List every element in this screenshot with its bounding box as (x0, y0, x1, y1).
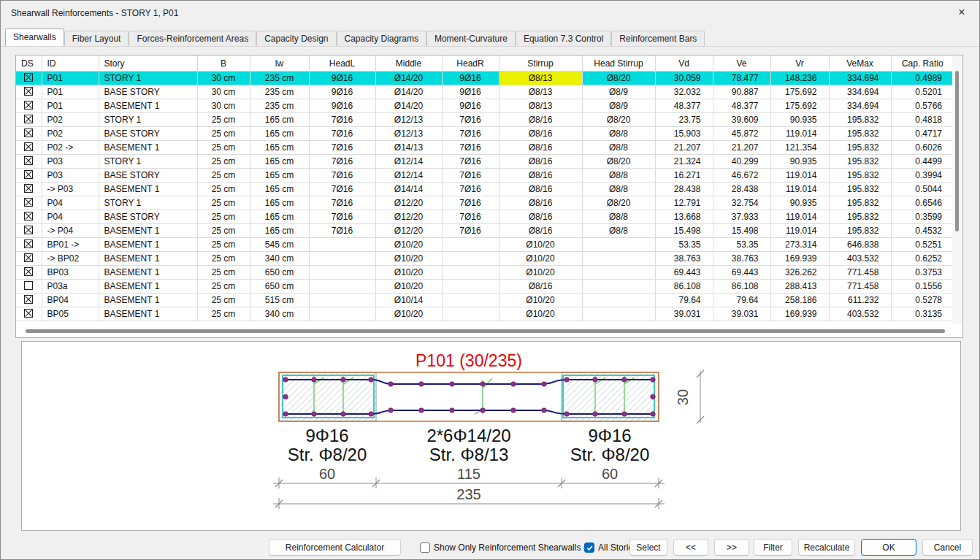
cell-id[interactable]: P02 (42, 127, 99, 141)
cell-stirrup[interactable]: Ø8/16 (499, 155, 582, 169)
ds-checkbox-checked[interactable] (24, 212, 33, 220)
ds-checkbox-checked[interactable] (24, 295, 33, 304)
cell-capRatio[interactable]: 0.3753 (891, 266, 954, 280)
cell-capRatio[interactable]: 0.4499 (891, 155, 954, 169)
cell-stirrup[interactable]: Ø8/16 (499, 183, 582, 196)
cell-capRatio[interactable]: 0.4717 (891, 127, 954, 141)
column-header-headl[interactable]: HeadL (309, 55, 375, 72)
cell-headR[interactable]: 7Ø16 (442, 127, 499, 141)
cell-lw[interactable]: 165 cm (250, 155, 309, 169)
column-header-ds[interactable]: DS (16, 55, 42, 72)
table-row-P02-5[interactable]: P02 ->BASEMENT 125 cm165 cm7Ø16Ø14/137Ø1… (16, 141, 954, 155)
cell-veMax[interactable]: 334.694 (829, 99, 891, 113)
cell-headR[interactable]: 7Ø16 (442, 113, 499, 127)
cell-lw[interactable]: 165 cm (250, 210, 309, 224)
cell-story[interactable]: BASE STORY (99, 85, 197, 99)
cell-ve[interactable]: 15.498 (713, 224, 770, 238)
cell-headL[interactable]: 9Ø16 (309, 99, 375, 113)
cell-headStirrup[interactable] (582, 266, 655, 280)
cell-vr[interactable]: 119.014 (770, 169, 829, 183)
cell-headL[interactable]: 7Ø16 (309, 155, 375, 169)
cell-middle[interactable]: Ø14/14 (375, 183, 442, 196)
cell-headR[interactable]: 7Ø16 (442, 169, 499, 183)
table-row-BP02-13[interactable]: -> BP02BASEMENT 125 cm340 cmØ10/20Ø10/20… (16, 252, 954, 266)
cell-b[interactable]: 25 cm (197, 183, 250, 196)
cell-headR[interactable]: 7Ø16 (442, 141, 499, 155)
cell-b[interactable]: 25 cm (197, 280, 250, 294)
cell-headR[interactable]: 7Ø16 (442, 224, 499, 238)
table-row-P03-7[interactable]: P03BASE STORY25 cm165 cm7Ø16Ø12/147Ø16Ø8… (16, 169, 954, 183)
cell-veMax[interactable]: 334.694 (829, 85, 891, 99)
cell-headStirrup[interactable]: Ø8/20 (582, 72, 655, 85)
cell-vr[interactable]: 119.014 (770, 183, 829, 196)
cancel-button[interactable]: Cancel (922, 539, 973, 556)
cell-ds[interactable] (16, 155, 42, 169)
cell-lw[interactable]: 340 cm (250, 252, 309, 266)
tab-reinforcement-bars[interactable]: Reinforcement Bars (611, 31, 705, 46)
column-header-vemax[interactable]: VeMax (829, 55, 891, 72)
cell-id[interactable]: P02 -> (42, 141, 99, 155)
cell-headStirrup[interactable]: Ø8/8 (582, 183, 655, 196)
recalculate-button[interactable]: Recalculate (798, 539, 855, 556)
cell-stirrup[interactable]: Ø8/16 (499, 127, 582, 141)
cell-middle[interactable]: Ø12/14 (375, 155, 442, 169)
filter-button[interactable]: Filter (754, 539, 792, 556)
cell-capRatio[interactable]: 0.5044 (891, 183, 954, 196)
table-row-P02-4[interactable]: P02BASE STORY25 cm165 cm7Ø16Ø12/137Ø16Ø8… (16, 127, 954, 141)
cell-stirrup[interactable]: Ø8/16 (499, 196, 582, 210)
cell-lw[interactable]: 165 cm (250, 113, 309, 127)
show-only-checkbox[interactable] (420, 542, 430, 553)
cell-id[interactable]: P03 (42, 169, 99, 183)
cell-vd[interactable]: 53.35 (655, 238, 713, 252)
ds-checkbox-checked[interactable] (24, 129, 33, 137)
cell-veMax[interactable]: 195.832 (829, 169, 891, 183)
cell-middle[interactable]: Ø12/13 (375, 113, 442, 127)
cell-lw[interactable]: 165 cm (250, 169, 309, 183)
cell-veMax[interactable]: 195.832 (829, 183, 891, 196)
ds-checkbox-checked[interactable] (24, 101, 33, 110)
column-header-b[interactable]: B (197, 55, 250, 72)
cell-headL[interactable] (309, 238, 375, 252)
cell-middle[interactable]: Ø12/20 (375, 196, 442, 210)
cell-b[interactable]: 25 cm (197, 169, 250, 183)
cell-lw[interactable]: 165 cm (250, 196, 309, 210)
cell-headStirrup[interactable] (582, 307, 655, 321)
cell-b[interactable]: 25 cm (197, 266, 250, 280)
cell-vd[interactable]: 28.438 (655, 183, 713, 196)
cell-headL[interactable] (309, 280, 375, 294)
cell-headR[interactable] (442, 294, 499, 307)
cell-headL[interactable]: 7Ø16 (309, 113, 375, 127)
select-button[interactable]: Select (629, 539, 667, 556)
cell-ve[interactable]: 48.377 (713, 99, 770, 113)
column-header-ve[interactable]: Ve (713, 55, 770, 72)
cell-headStirrup[interactable] (582, 280, 655, 294)
cell-stirrup[interactable]: Ø10/20 (499, 294, 582, 307)
cell-id[interactable]: -> P03 (42, 183, 99, 196)
cell-story[interactable]: BASEMENT 1 (99, 238, 197, 252)
cell-vr[interactable]: 175.692 (770, 99, 829, 113)
cell-capRatio[interactable]: 0.6252 (891, 252, 954, 266)
column-header-id[interactable]: ID (42, 55, 99, 72)
cell-story[interactable]: BASEMENT 1 (99, 280, 197, 294)
cell-ve[interactable]: 39.609 (713, 113, 770, 127)
cell-middle[interactable]: Ø12/13 (375, 127, 442, 141)
cell-vd[interactable]: 21.324 (655, 155, 713, 169)
cell-b[interactable]: 25 cm (197, 141, 250, 155)
cell-lw[interactable]: 650 cm (250, 266, 309, 280)
cell-stirrup[interactable]: Ø8/13 (499, 99, 582, 113)
cell-capRatio[interactable]: 0.6026 (891, 141, 954, 155)
cell-b[interactable]: 25 cm (197, 224, 250, 238)
cell-capRatio[interactable]: 0.5278 (891, 294, 954, 307)
cell-headStirrup[interactable]: Ø8/8 (582, 141, 655, 155)
cell-headL[interactable]: 9Ø16 (309, 72, 375, 85)
tab-forces-reinforcement-areas[interactable]: Forces-Reinforcement Areas (129, 31, 256, 46)
ds-checkbox-checked[interactable] (24, 115, 33, 123)
table-row-P03a-15[interactable]: P03aBASEMENT 125 cm650 cmØ10/20Ø8/1686.1… (16, 280, 954, 294)
cell-story[interactable]: BASE STORY (99, 127, 197, 141)
cell-headR[interactable] (442, 280, 499, 294)
cell-vd[interactable]: 79.64 (655, 294, 713, 307)
ds-checkbox-checked[interactable] (24, 253, 33, 262)
cell-headR[interactable]: 7Ø16 (442, 196, 499, 210)
cell-lw[interactable]: 165 cm (250, 224, 309, 238)
cell-story[interactable]: BASEMENT 1 (99, 224, 197, 238)
